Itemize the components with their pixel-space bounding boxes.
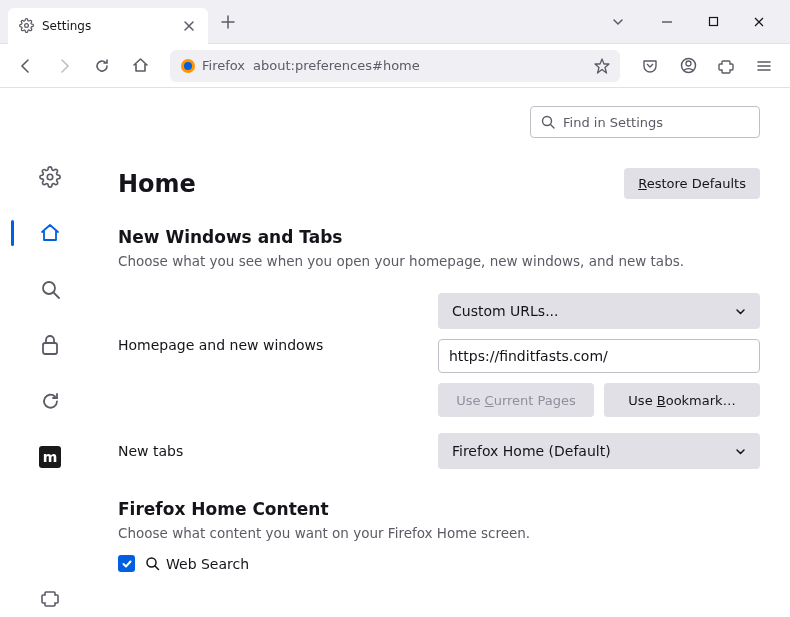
svg-point-3 [184, 62, 192, 70]
bookmark-star-icon[interactable] [594, 58, 610, 74]
section-home-content-title: Firefox Home Content [118, 499, 760, 519]
svg-rect-8 [43, 343, 57, 354]
web-search-row[interactable]: Web Search [118, 555, 760, 572]
gear-icon [18, 18, 34, 34]
maximize-button[interactable] [690, 6, 736, 38]
close-icon[interactable] [180, 17, 198, 35]
browser-tab[interactable]: Settings [8, 8, 208, 44]
section-new-windows-desc: Choose what you see when you open your h… [118, 253, 760, 269]
search-icon [145, 556, 160, 571]
settings-main: Home Restore Defaults New Windows and Ta… [100, 88, 790, 617]
firefox-logo-icon [180, 58, 196, 74]
find-settings-input[interactable] [563, 115, 749, 130]
find-settings-box[interactable] [530, 106, 760, 138]
sidebar-home[interactable] [31, 214, 69, 252]
svg-point-6 [47, 174, 53, 180]
urlbar-url: about:preferences#home [253, 58, 586, 73]
chevron-down-icon [735, 446, 746, 457]
restore-defaults-button[interactable]: Restore Defaults [624, 168, 760, 199]
chevron-down-icon[interactable] [602, 6, 634, 38]
close-window-button[interactable] [736, 6, 782, 38]
sidebar-search[interactable] [31, 270, 69, 308]
use-current-pages-button[interactable]: Use Current Pages [438, 383, 594, 417]
section-new-windows-title: New Windows and Tabs [118, 227, 760, 247]
menu-button[interactable] [748, 50, 780, 82]
homepage-label: Homepage and new windows [118, 293, 418, 353]
new-tab-button[interactable] [214, 8, 242, 36]
web-search-checkbox[interactable] [118, 555, 135, 572]
account-button[interactable] [672, 50, 704, 82]
sidebar-more-tools[interactable]: m [31, 438, 69, 476]
homepage-url-input[interactable] [438, 339, 760, 373]
chevron-down-icon [735, 306, 746, 317]
page-title: Home [118, 170, 196, 198]
extensions-button[interactable] [710, 50, 742, 82]
svg-point-0 [24, 24, 28, 28]
svg-point-7 [43, 282, 55, 294]
minimize-button[interactable] [644, 6, 690, 38]
urlbar-identity-label: Firefox [202, 58, 245, 73]
urlbar[interactable]: Firefox about:preferences#home [170, 50, 620, 82]
section-home-content-desc: Choose what content you want on your Fir… [118, 525, 760, 541]
homepage-select[interactable]: Custom URLs... [438, 293, 760, 329]
use-bookmark-button[interactable]: Use Bookmark… [604, 383, 760, 417]
svg-rect-1 [709, 18, 717, 26]
mozilla-icon: m [39, 446, 61, 468]
toolbar: Firefox about:preferences#home [0, 44, 790, 88]
tab-title: Settings [42, 19, 172, 33]
titlebar: Settings [0, 0, 790, 44]
forward-button[interactable] [48, 50, 80, 82]
newtabs-select[interactable]: Firefox Home (Default) [438, 433, 760, 469]
reload-button[interactable] [86, 50, 118, 82]
settings-sidebar: m [0, 88, 100, 617]
newtabs-select-value: Firefox Home (Default) [452, 443, 611, 459]
svg-point-5 [686, 61, 691, 66]
pocket-button[interactable] [634, 50, 666, 82]
back-button[interactable] [10, 50, 42, 82]
web-search-label: Web Search [166, 556, 249, 572]
home-button[interactable] [124, 50, 156, 82]
content: m Home Restore Defaults New Windows and … [0, 88, 790, 617]
sidebar-general[interactable] [31, 158, 69, 196]
sidebar-extensions[interactable] [31, 579, 69, 617]
homepage-select-value: Custom URLs... [452, 303, 559, 319]
search-icon [541, 115, 555, 129]
sidebar-privacy[interactable] [31, 326, 69, 364]
newtabs-label: New tabs [118, 443, 418, 459]
sidebar-sync[interactable] [31, 382, 69, 420]
window-controls [644, 6, 782, 38]
urlbar-identity: Firefox [180, 58, 245, 74]
